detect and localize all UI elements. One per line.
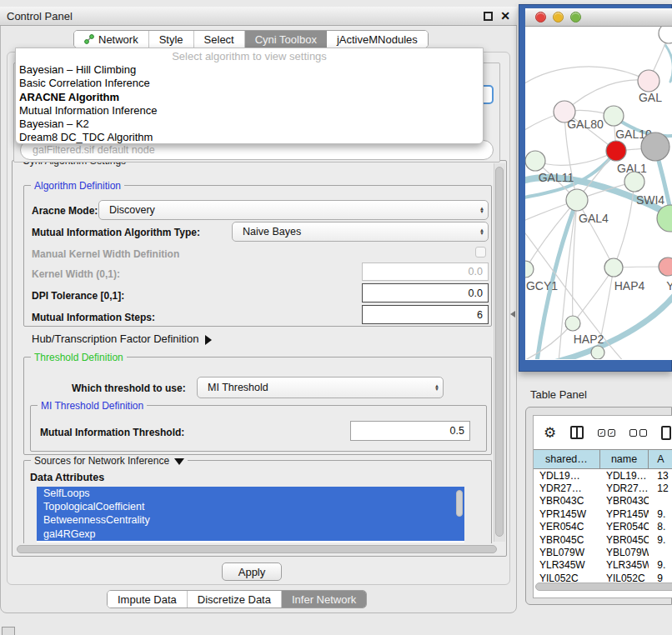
hub-definition-expander[interactable]: Hub/Transcription Factor Definition <box>32 332 212 345</box>
algorithm-popup: Select algorithm to view settings Bayesi… <box>15 48 484 144</box>
network-node[interactable] <box>659 27 672 43</box>
mi-steps-input[interactable]: 6 <box>362 305 489 324</box>
kernel-width-value: 0.0 <box>469 266 483 278</box>
network-node-gal4[interactable] <box>566 189 588 211</box>
table-row[interactable]: YBR045CYBR045C9. <box>534 533 672 546</box>
table-row[interactable]: YER054CYER054C8. <box>534 521 672 533</box>
column-header-name[interactable]: name <box>600 450 649 468</box>
tab-discretize-data[interactable]: Discretize Data <box>188 591 282 608</box>
data-attribute-item[interactable]: gal4RGexp <box>37 528 464 541</box>
table-hscroll-thumb[interactable] <box>535 582 672 591</box>
table-cell: 9. <box>649 508 672 520</box>
algorithm-option[interactable]: Basic Correlation Inference <box>16 77 483 90</box>
mi-algorithm-type-combobox[interactable]: Naive Bayes ▲▼ <box>232 222 489 242</box>
network-edge[interactable] <box>525 323 573 359</box>
data-attribute-item[interactable]: BetweennessCentrality <box>37 513 464 527</box>
aracne-mode-combobox[interactable]: Discovery ▲▼ <box>98 200 489 220</box>
gear-icon[interactable]: ⚙ <box>544 426 556 440</box>
aracne-mode-value: Discovery <box>109 204 479 216</box>
network-node-gal10[interactable] <box>604 106 624 126</box>
algorithm-definition-title: Algorithm Definition <box>31 180 124 192</box>
tab-cyni-toolbox[interactable]: Cyni Toolbox <box>245 31 327 48</box>
table-toolbar: ⚙ ✓✓ <box>534 416 672 449</box>
network-edge[interactable] <box>573 268 614 323</box>
mi-threshold-input[interactable]: 0.5 <box>350 421 470 441</box>
tab-jactivemnodules[interactable]: jActiveMNodules <box>327 31 428 48</box>
document-icon[interactable] <box>661 426 671 440</box>
network-node-label: GAL11 <box>539 171 574 184</box>
network-node-hap2[interactable] <box>565 316 580 331</box>
minimize-traffic-light[interactable] <box>553 12 564 22</box>
algorithm-option[interactable]: Bayesian – K2 <box>16 118 483 131</box>
panel-collapse-handle[interactable] <box>510 311 515 318</box>
column-header-shared-name[interactable]: shared… <box>534 450 600 468</box>
manual-kernel-width-checkbox[interactable] <box>475 247 486 258</box>
table-row[interactable]: YBR043CYBR043C <box>534 495 672 508</box>
network-edge[interactable] <box>577 200 614 268</box>
network-edge[interactable] <box>564 80 649 112</box>
tab-style[interactable]: Style <box>149 31 194 48</box>
table-cell: 12 <box>649 482 672 494</box>
tab-infer-network[interactable]: Infer Network <box>282 591 366 608</box>
tab-network-label: Network <box>98 33 138 46</box>
mi-threshold-label: Mutual Information Threshold: <box>40 427 184 438</box>
network-node[interactable] <box>641 132 669 161</box>
corner-widget[interactable] <box>2 627 15 635</box>
network-view-window: GALGAL80GAL10GAL1GAL11SWI4GAL4GCY1HAP4YH… <box>519 4 672 372</box>
network-node[interactable] <box>591 346 604 359</box>
table-row[interactable]: YLR345WYLR345W9. <box>534 559 672 572</box>
restore-window-icon[interactable] <box>484 12 493 21</box>
close-window-icon[interactable]: ✕ <box>500 12 510 21</box>
which-threshold-combobox[interactable]: MI Threshold ▲▼ <box>197 377 444 398</box>
which-threshold-label: Which threshold to use: <box>72 382 186 394</box>
table-cell <box>649 546 672 558</box>
mi-threshold-frame-title: MI Threshold Definition <box>38 400 147 412</box>
table-row[interactable]: YBL079WYBL079W <box>534 546 672 558</box>
zoom-traffic-light[interactable] <box>570 12 581 22</box>
bottom-tabbar: Impute Data Discretize Data Infer Networ… <box>107 590 367 608</box>
close-traffic-light[interactable] <box>535 12 546 22</box>
network-node-gal1[interactable] <box>606 141 626 161</box>
apply-button[interactable]: Apply <box>222 562 282 581</box>
network-node-label: GAL4 <box>579 212 609 225</box>
network-node-swi4[interactable] <box>624 172 644 192</box>
algorithm-option[interactable]: ARACNE Algorithm <box>16 91 483 104</box>
algorithm-option[interactable]: Bayesian – Hill Climbing <box>16 63 483 77</box>
network-node-label: HAP4 <box>614 279 645 292</box>
table-row[interactable]: YDR27…YDR27…12 <box>534 482 672 494</box>
data-attributes-list[interactable]: SelfLoopsTopologicalCoefficientBetweenne… <box>37 487 464 542</box>
network-node-gcy1[interactable] <box>525 261 534 278</box>
settings-vscroll-thumb[interactable] <box>495 167 504 537</box>
data-attribute-item[interactable]: TopologicalCoefficient <box>37 500 464 513</box>
algorithm-popup-list: Bayesian – Hill ClimbingBasic Correlatio… <box>16 63 483 145</box>
network-edge-highlighted[interactable] <box>665 45 672 82</box>
list-scrollbar[interactable] <box>456 490 463 517</box>
network-node-gal11[interactable] <box>525 151 545 171</box>
data-attribute-item[interactable]: SelfLoops <box>37 487 464 500</box>
select-all-checks-icon[interactable]: ✓✓ <box>598 429 615 437</box>
network-edge[interactable] <box>525 67 649 85</box>
network-node-hap4[interactable] <box>604 258 623 277</box>
kernel-width-label: Kernel Width (0,1): <box>32 268 120 280</box>
network-window-titlebar[interactable] <box>525 8 672 27</box>
table-row[interactable]: YDL19…YDL19…13 <box>534 469 672 482</box>
algorithm-option[interactable]: Mutual Information Inference <box>16 104 483 118</box>
table-row[interactable]: YPR145WYPR145W9. <box>534 508 672 520</box>
tab-impute-data[interactable]: Impute Data <box>108 591 188 608</box>
manual-kernel-width-label: Manual Kernel Width Definition <box>32 248 179 260</box>
network-edge[interactable] <box>573 200 577 323</box>
network-node-y[interactable] <box>659 258 672 276</box>
algorithm-option[interactable]: Dream8 DC_TDC Algorithm <box>16 131 483 144</box>
deselect-all-checks-icon[interactable] <box>629 429 647 437</box>
network-node-label: SWI4 <box>636 193 664 207</box>
network-canvas[interactable]: GALGAL80GAL10GAL1GAL11SWI4GAL4GCY1HAP4YH… <box>525 27 672 359</box>
dpi-tolerance-input[interactable]: 0.0 <box>362 283 489 302</box>
column-header-third[interactable]: A <box>649 450 672 468</box>
kernel-width-input[interactable]: 0.0 <box>362 262 489 281</box>
tab-network[interactable]: Network <box>74 31 149 48</box>
settings-hscroll-thumb[interactable] <box>17 545 497 553</box>
tab-select[interactable]: Select <box>194 31 245 48</box>
table-cell: YER054C <box>534 521 600 533</box>
network-node-gal[interactable] <box>638 70 659 92</box>
columns-icon[interactable] <box>570 426 584 439</box>
